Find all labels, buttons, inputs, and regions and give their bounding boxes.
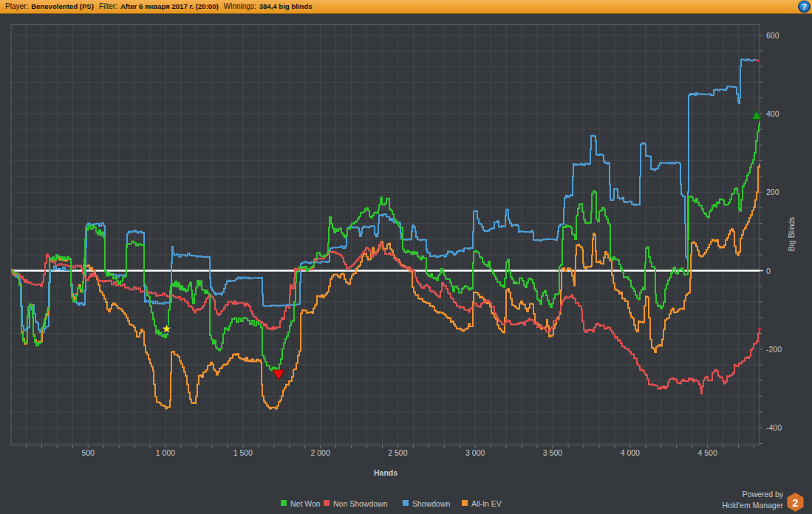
svg-text:?: ? <box>802 2 807 11</box>
svg-text:Net Won: Net Won <box>290 499 321 508</box>
svg-text:200: 200 <box>766 188 779 196</box>
svg-text:Big Blinds: Big Blinds <box>787 217 796 252</box>
svg-text:Powered by: Powered by <box>743 490 784 498</box>
svg-text:2 000: 2 000 <box>310 448 330 457</box>
svg-text:600: 600 <box>766 31 779 40</box>
svg-text:1 000: 1 000 <box>156 448 175 457</box>
svg-text:3 500: 3 500 <box>543 448 562 457</box>
svg-text:400: 400 <box>766 109 779 118</box>
svg-text:Non Showdown: Non Showdown <box>333 499 388 508</box>
svg-text:-200: -200 <box>766 345 782 354</box>
svg-text:-400: -400 <box>766 423 782 432</box>
svg-text:2: 2 <box>792 496 798 509</box>
svg-text:4 000: 4 000 <box>621 448 640 457</box>
svg-text:1 500: 1 500 <box>233 448 253 457</box>
svg-text:500: 500 <box>81 448 95 457</box>
svg-text:4 500: 4 500 <box>697 448 717 457</box>
svg-text:0: 0 <box>766 267 771 275</box>
svg-text:3 000: 3 000 <box>465 448 485 457</box>
svg-text:Showdown: Showdown <box>412 499 451 508</box>
svg-text:Hands: Hands <box>374 468 398 477</box>
svg-text:Hold'em Manager: Hold'em Manager <box>722 501 783 510</box>
svg-text:2 500: 2 500 <box>388 448 407 457</box>
svg-text:All-In EV: All-In EV <box>471 499 502 508</box>
